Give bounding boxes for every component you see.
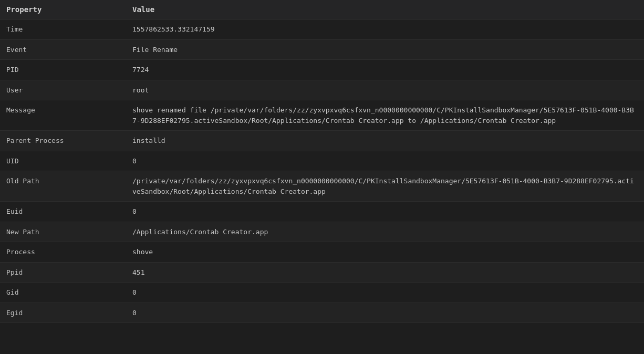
value-cell: 0 xyxy=(126,202,644,222)
table-row: Gid0 xyxy=(0,283,644,303)
properties-table: Property Value Time1557862533.332147159E… xyxy=(0,0,644,323)
table-row: UID0 xyxy=(0,151,644,171)
value-cell: installd xyxy=(126,131,644,151)
property-cell: User xyxy=(0,80,126,100)
property-cell: Ppid xyxy=(0,262,126,283)
value-cell: root xyxy=(126,80,644,100)
property-cell: Process xyxy=(0,242,126,263)
property-cell: UID xyxy=(0,151,126,171)
property-cell: Euid xyxy=(0,202,126,222)
table-row: Egid0 xyxy=(0,303,644,323)
column-header-value: Value xyxy=(126,0,644,19)
table-row: Processshove xyxy=(0,242,644,263)
property-cell: Egid xyxy=(0,303,126,323)
value-cell: /Applications/Crontab Creator.app xyxy=(126,222,644,242)
table-row: Messageshove renamed file /private/var/f… xyxy=(0,100,644,131)
value-cell: 7724 xyxy=(126,60,644,80)
value-cell: 0 xyxy=(126,283,644,303)
value-cell: 0 xyxy=(126,303,644,323)
column-header-property: Property xyxy=(0,0,126,19)
property-cell: Message xyxy=(0,100,126,131)
table-row: Euid0 xyxy=(0,202,644,222)
value-cell: 451 xyxy=(126,262,644,283)
value-cell: 0 xyxy=(126,151,644,171)
property-cell: PID xyxy=(0,60,126,80)
table-row: Ppid451 xyxy=(0,262,644,283)
table-row: PID7724 xyxy=(0,60,644,80)
property-cell: Parent Process xyxy=(0,131,126,151)
value-cell: /private/var/folders/zz/zyxvpxvq6csfxvn_… xyxy=(126,171,644,202)
value-cell: File Rename xyxy=(126,39,644,60)
property-cell: New Path xyxy=(0,222,126,242)
property-cell: Old Path xyxy=(0,171,126,202)
property-cell: Gid xyxy=(0,283,126,303)
table-row: EventFile Rename xyxy=(0,39,644,60)
property-cell: Time xyxy=(0,19,126,40)
table-row: New Path/Applications/Crontab Creator.ap… xyxy=(0,222,644,242)
table-row: Userroot xyxy=(0,80,644,100)
property-cell: Event xyxy=(0,39,126,60)
table-row: Old Path/private/var/folders/zz/zyxvpxvq… xyxy=(0,171,644,202)
table-row: Parent Processinstalld xyxy=(0,131,644,151)
value-cell: shove xyxy=(126,242,644,263)
value-cell: 1557862533.332147159 xyxy=(126,19,644,40)
value-cell: shove renamed file /private/var/folders/… xyxy=(126,100,644,131)
table-row: Time1557862533.332147159 xyxy=(0,19,644,40)
